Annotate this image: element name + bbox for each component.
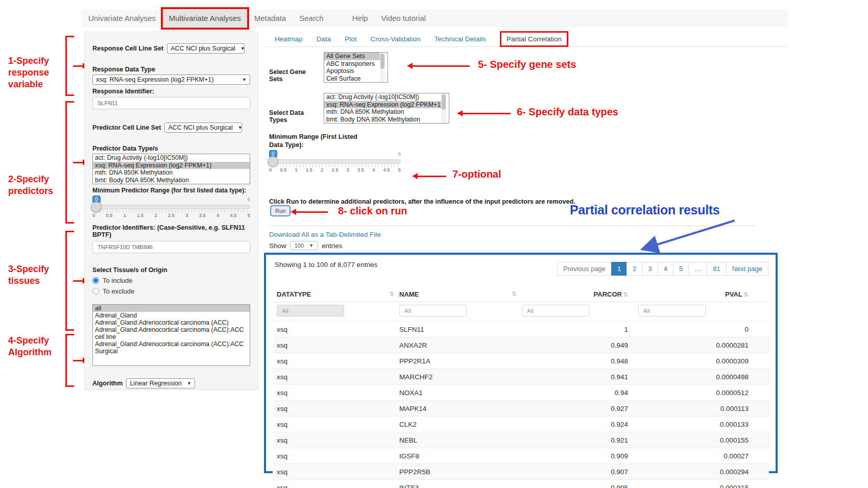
nav-item[interactable]: Help	[346, 10, 375, 27]
scrollbar[interactable]	[380, 53, 385, 82]
listbox-option[interactable]: Adrenal_Gland:Adrenocortical carcinoma (…	[93, 319, 250, 326]
page-button[interactable]: 5	[673, 262, 689, 276]
filter-pval-input[interactable]	[638, 305, 706, 316]
cell-pval: 0.0000498	[634, 369, 769, 385]
gene-sets-listbox: All Gene SetsABC transportersApoptosisCe…	[324, 52, 388, 83]
nav-item[interactable]: Search	[293, 10, 330, 27]
cell-pval: 0	[634, 322, 769, 337]
listbox-option[interactable]: Cell Surface	[324, 75, 382, 83]
slider-tick-labels: 00.511.522.533.544.55	[269, 167, 401, 173]
filter-datatype-input[interactable]	[277, 305, 344, 316]
response-identifier-input[interactable]	[92, 97, 250, 109]
bracket-arrow-icon	[73, 360, 84, 361]
bracket-arrow-icon	[73, 162, 84, 163]
cell-pval: 0.0000512	[634, 385, 769, 401]
table-row[interactable]: xsq SLFN11 1 0	[273, 322, 769, 337]
listbox-option[interactable]: all	[93, 305, 250, 312]
slider-tick-label: 1.5	[306, 167, 312, 173]
listbox-option[interactable]: bmt: Body DNA 850K Methylation	[324, 116, 444, 124]
tab[interactable]: Plot	[345, 35, 356, 43]
download-all-link[interactable]: Download All as a Tab-Delimited File	[269, 231, 381, 238]
slider-handle[interactable]	[268, 156, 278, 167]
slider-tick-label: 2.5	[331, 167, 338, 173]
listbox-option[interactable]: Adrenal_Gland:Adrenocortical carcinoma (…	[93, 340, 250, 355]
listbox-option[interactable]: mth: DNA 850K Methylation	[324, 108, 444, 116]
page-button[interactable]: …	[688, 262, 707, 276]
listbox-option[interactable]: act: Drug Activity (-log10[IC50M])	[93, 154, 250, 162]
nav-item[interactable]: Multivariate Analyses	[162, 10, 248, 27]
nav-item[interactable]: Video tutorial	[375, 10, 432, 27]
table-row[interactable]: xsq INTS3 0.905 0.000315	[273, 480, 769, 488]
column-header-datatype[interactable]: DATATYPE⇅	[273, 287, 395, 302]
page-button[interactable]: 1	[611, 262, 627, 276]
listbox-option[interactable]: Apoptosis	[324, 67, 382, 75]
slider-tick-label: 0.5	[280, 167, 286, 173]
tissue-radio[interactable]: To exclude	[92, 287, 250, 295]
column-header-pval[interactable]: PVAL⇅	[634, 287, 769, 302]
nav-item[interactable]: Metadata	[248, 10, 293, 27]
listbox-option[interactable]: All Gene Sets	[324, 53, 382, 60]
sort-icon[interactable]: ⇅	[743, 291, 749, 298]
page-button[interactable]: Next page	[726, 262, 768, 276]
scrollbar[interactable]	[441, 93, 446, 123]
response-data-type-select[interactable]: xsq: RNA-seq Expression (log2 FPKM+1) ▼	[92, 75, 250, 85]
listbox-option[interactable]: mth: DNA 850K Methylation	[93, 169, 250, 177]
sort-icon[interactable]: ⇅	[623, 291, 628, 298]
tab[interactable]: Heatmap	[275, 35, 303, 43]
listbox-option[interactable]: Adrenal_Gland:Adrenocortical carcinoma (…	[93, 326, 250, 340]
listbox-option[interactable]: Adrenal_Gland	[93, 312, 250, 319]
tab[interactable]: Technical Details	[435, 35, 486, 43]
scrollbar-thumb[interactable]	[442, 94, 446, 110]
slider-max-label: 5	[248, 197, 250, 202]
filter-parcor-input[interactable]	[522, 305, 589, 316]
cell-parcor: 0.924	[518, 417, 634, 432]
table-row[interactable]: xsq ANXA2R 0.949 0.0000281	[273, 337, 769, 353]
sort-icon[interactable]: ⇅	[389, 290, 394, 298]
cell-pval: 0.000294	[634, 464, 769, 480]
table-row[interactable]: xsq MAPK14 0.927 0.000113	[273, 401, 769, 417]
chevron-down-icon: ▼	[187, 381, 191, 386]
page-button[interactable]: 3	[642, 262, 658, 276]
cell-datatype: xsq	[273, 369, 395, 385]
listbox-option[interactable]: act: Drug Activity (-log10[IC50M])	[324, 93, 444, 101]
listbox-option[interactable]: bmt: Body DNA 850K Methylation	[93, 177, 250, 184]
table-row[interactable]: xsq MARCHF2 0.941 0.0000498	[273, 369, 769, 385]
column-header-parcor[interactable]: PARCOR⇅	[518, 287, 634, 302]
table-row[interactable]: xsq PPP2R5B 0.907 0.000294	[273, 464, 769, 480]
listbox-option[interactable]: xsq: RNA-seq Expression (log2 FPKM+1)	[324, 101, 444, 109]
table-row[interactable]: xsq NOXA1 0.94 0.0000512	[273, 385, 769, 401]
page-button[interactable]: Previous page	[557, 262, 612, 276]
tab[interactable]: Data	[317, 35, 331, 43]
algorithm-select[interactable]: Linear Regression ▼	[126, 378, 195, 388]
page-button[interactable]: 4	[658, 262, 673, 276]
response-cell-line-set-select[interactable]: ACC NCI plus Surgical ▼	[167, 43, 245, 54]
scrollbar-thumb[interactable]	[380, 54, 384, 69]
column-header-name[interactable]: NAME⇅	[395, 287, 518, 302]
page-button[interactable]: 81	[707, 262, 726, 276]
annotation-arrow-step6	[460, 113, 511, 114]
table-row[interactable]: xsq PPP2R1A 0.948 0.0000309	[273, 353, 769, 369]
sort-icon[interactable]: ⇅	[512, 290, 517, 298]
page-length-select[interactable]: 100 ▼	[290, 241, 318, 250]
nav-item[interactable]: Univariate Analyses	[82, 10, 162, 27]
filter-name-input[interactable]	[399, 305, 467, 316]
table-row[interactable]: xsq NEBL 0.921 0.000155	[273, 432, 769, 448]
predictor-identifiers-input[interactable]	[92, 241, 250, 253]
slider-track[interactable]	[269, 159, 401, 164]
page-button[interactable]: 2	[626, 262, 642, 276]
tissue-radio[interactable]: To include	[92, 277, 250, 284]
slider-track[interactable]	[92, 205, 250, 209]
slider-tick-label: 3	[185, 213, 188, 218]
slider-tickmarks	[270, 165, 400, 167]
listbox-option[interactable]: ABC transporters	[324, 60, 382, 68]
tab[interactable]: Cross-Validation	[371, 35, 421, 43]
tab[interactable]: Partial Correlation	[500, 31, 568, 47]
slider-handle[interactable]	[91, 202, 102, 212]
table-row[interactable]: xsq CLK2 0.924 0.000133	[273, 417, 769, 432]
predictor-cell-line-set-select[interactable]: ACC NCI plus Surgical ▼	[164, 123, 242, 133]
table-row[interactable]: xsq IGSF8 0.909 0.00027	[273, 448, 769, 464]
listbox-option[interactable]: xsq: RNA-seq Expression (log2 FPKM+1)	[93, 162, 250, 169]
annotation-arrow-step8	[293, 211, 328, 213]
slider-tick-label: 2	[155, 213, 157, 218]
cell-name: CLK2	[395, 417, 518, 432]
